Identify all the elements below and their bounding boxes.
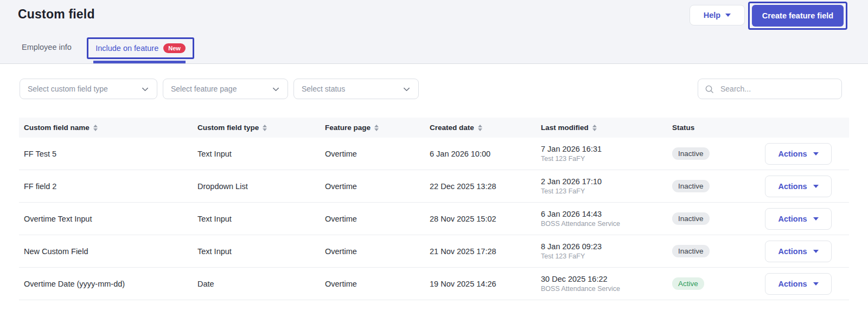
sort-icon (374, 125, 379, 131)
chevron-down-icon (813, 185, 819, 188)
status-placeholder: Select status (302, 85, 345, 93)
table-row: Overtime Date (yyyy-mm-dd) Date Overtime… (19, 268, 849, 300)
cell-last-modified: 8 Jan 2026 09:23 Test 123 FaFY (541, 242, 672, 260)
status-badge: Active (672, 277, 704, 290)
actions-button-label: Actions (778, 150, 807, 158)
page-title: Custom field (18, 7, 95, 22)
cell-created-date: 21 Nov 2025 17:28 (430, 247, 541, 256)
actions-button-label: Actions (778, 215, 807, 223)
table-row: New Custom Field Text Input Overtime 21 … (19, 235, 849, 268)
column-header-custom-field-name[interactable]: Custom field name (24, 124, 197, 132)
sort-icon (263, 125, 267, 131)
table-row: FF field 2 Dropdown List Overtime 22 Dec… (19, 170, 849, 203)
column-header-feature-page[interactable]: Feature page (325, 124, 430, 132)
column-header-created-date[interactable]: Created date (430, 124, 541, 132)
column-header-last-modified[interactable]: Last modified (541, 124, 672, 132)
sort-icon (478, 125, 482, 131)
cell-created-date: 6 Jan 2026 10:00 (430, 150, 541, 158)
cell-custom-field-type: Date (197, 280, 325, 288)
last-modified-by: Test 123 FaFY (541, 187, 672, 195)
help-button[interactable]: Help (690, 5, 745, 25)
custom-fields-table: Custom field name Custom field type Feat… (19, 118, 849, 300)
search-box[interactable] (698, 79, 842, 99)
last-modified-datetime: 2 Jan 2026 17:10 (541, 177, 672, 186)
cell-feature-page: Overtime (325, 215, 430, 223)
chevron-down-icon (272, 85, 280, 93)
last-modified-by: BOSS Attendance Service (541, 220, 672, 228)
status-badge: Inactive (672, 245, 710, 257)
search-icon (705, 85, 714, 94)
status-badge: Inactive (672, 212, 710, 225)
custom-field-type-placeholder: Select custom field type (28, 85, 108, 93)
feature-page-placeholder: Select feature page (171, 85, 237, 93)
table-row: FF Test 5 Text Input Overtime 6 Jan 2026… (19, 138, 849, 170)
cell-custom-field-type: Text Input (197, 215, 325, 223)
cell-feature-page: Overtime (325, 182, 430, 191)
actions-button[interactable]: Actions (765, 176, 832, 197)
cell-custom-field-type: Dropdown List (197, 182, 325, 191)
tab-employee-info[interactable]: Employee info (22, 43, 72, 51)
table-body: FF Test 5 Text Input Overtime 6 Jan 2026… (19, 138, 849, 300)
actions-button-label: Actions (778, 280, 807, 288)
tab-include-on-feature-label: Include on feature (95, 44, 158, 53)
create-button-highlight-box: Create feature field (748, 2, 847, 30)
sort-icon (592, 125, 597, 131)
chevron-down-icon (813, 250, 819, 253)
chevron-down-icon (813, 152, 819, 156)
active-tab-underline (93, 61, 186, 63)
last-modified-by: Test 123 FaFY (541, 252, 672, 260)
column-header-status: Status (672, 124, 748, 132)
chevron-down-icon (141, 85, 149, 93)
cell-last-modified: 7 Jan 2026 16:31 Test 123 FaFY (541, 145, 672, 163)
status-badge: Inactive (672, 147, 710, 160)
cell-custom-field-type: Text Input (197, 247, 325, 256)
new-badge: New (163, 43, 186, 53)
cell-last-modified: 6 Jan 2026 14:43 BOSS Attendance Service (541, 210, 672, 228)
cell-created-date: 22 Dec 2025 13:28 (430, 182, 541, 191)
custom-field-type-select[interactable]: Select custom field type (20, 79, 157, 99)
search-input[interactable] (719, 84, 835, 94)
cell-last-modified: 30 Dec 2025 16:22 BOSS Attendance Servic… (541, 275, 672, 293)
cell-last-modified: 2 Jan 2026 17:10 Test 123 FaFY (541, 177, 672, 195)
chevron-down-icon (813, 217, 819, 221)
cell-custom-field-type: Text Input (197, 150, 325, 158)
last-modified-datetime: 30 Dec 2025 16:22 (541, 275, 672, 283)
last-modified-by: Test 123 FaFY (541, 155, 672, 163)
cell-feature-page: Overtime (325, 247, 430, 256)
column-header-custom-field-type[interactable]: Custom field type (197, 124, 325, 132)
actions-button-label: Actions (778, 182, 807, 191)
cell-custom-field-name: FF Test 5 (24, 150, 197, 158)
last-modified-datetime: 6 Jan 2026 14:43 (541, 210, 672, 218)
actions-button[interactable]: Actions (765, 273, 832, 295)
status-select[interactable]: Select status (293, 79, 419, 99)
last-modified-by: BOSS Attendance Service (541, 285, 672, 293)
create-feature-field-button[interactable]: Create feature field (752, 5, 844, 27)
sort-icon (93, 125, 98, 131)
cell-custom-field-name: Overtime Date (yyyy-mm-dd) (24, 280, 197, 288)
cell-created-date: 28 Nov 2025 15:02 (430, 215, 541, 223)
actions-button-label: Actions (778, 247, 807, 256)
status-badge: Inactive (672, 180, 710, 192)
actions-button[interactable]: Actions (765, 241, 832, 262)
cell-created-date: 19 Nov 2025 14:26 (430, 280, 541, 288)
cell-feature-page: Overtime (325, 150, 430, 158)
table-header-row: Custom field name Custom field type Feat… (19, 118, 849, 138)
last-modified-datetime: 7 Jan 2026 16:31 (541, 145, 672, 153)
cell-custom-field-name: Overtime Text Input (24, 215, 197, 223)
cell-feature-page: Overtime (325, 280, 430, 288)
help-button-label: Help (704, 11, 720, 20)
last-modified-datetime: 8 Jan 2026 09:23 (541, 242, 672, 251)
chevron-down-icon (813, 282, 819, 286)
chevron-down-icon (403, 85, 411, 93)
feature-page-select[interactable]: Select feature page (163, 79, 288, 99)
tab-include-on-feature[interactable]: Include on feature New (87, 37, 194, 59)
table-row: Overtime Text Input Text Input Overtime … (19, 203, 849, 235)
chevron-down-icon (725, 14, 731, 17)
cell-custom-field-name: FF field 2 (24, 182, 197, 191)
cell-custom-field-name: New Custom Field (24, 247, 197, 256)
actions-button[interactable]: Actions (765, 208, 832, 230)
actions-button[interactable]: Actions (765, 143, 832, 165)
